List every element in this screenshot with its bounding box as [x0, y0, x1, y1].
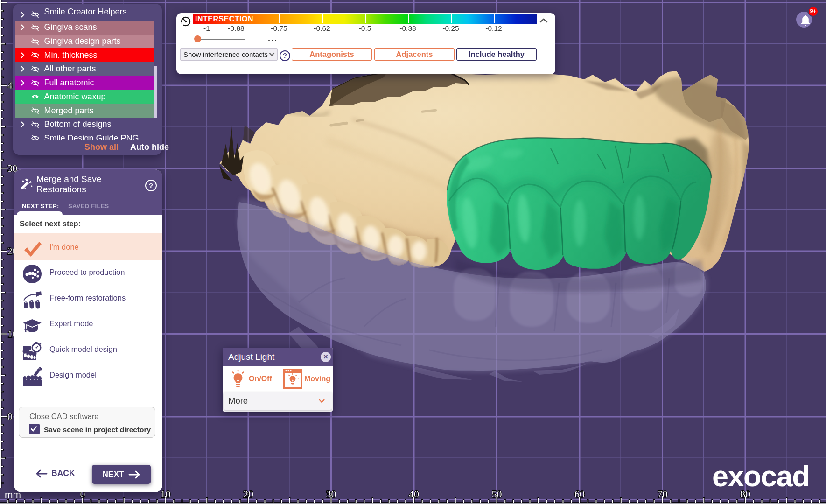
- svg-text:70: 70: [658, 488, 668, 500]
- svg-text:50: 50: [492, 488, 502, 500]
- svg-text:10: 10: [161, 488, 171, 500]
- svg-text:20: 20: [243, 488, 253, 500]
- svg-text:40: 40: [409, 488, 419, 500]
- svg-text:0: 0: [7, 411, 13, 422]
- svg-text:30: 30: [326, 488, 336, 500]
- svg-text:60: 60: [574, 488, 585, 500]
